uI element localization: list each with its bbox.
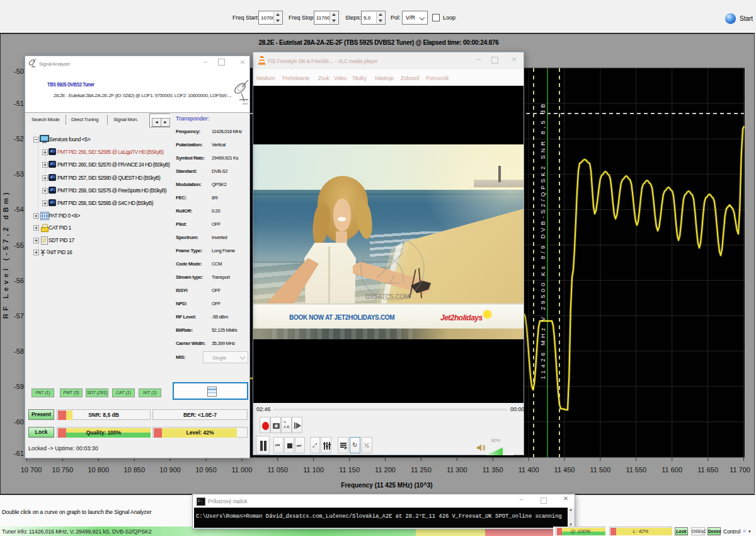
svg-text:11 550: 11 550 [626,466,646,474]
svg-text:-55: -55 [14,242,24,249]
svg-text:-53: -53 [14,170,24,178]
svg-text:11 150: 11 150 [339,466,360,474]
svg-text:-61: -61 [14,450,24,457]
svg-text:-52: -52 [14,135,24,143]
svg-text:-54: -54 [14,206,24,213]
svg-text:10 750: 10 750 [52,466,74,474]
svg-text:RF Level (-57,2 dBm): RF Level (-57,2 dBm) [2,190,9,319]
svg-text:11 600: 11 600 [662,466,682,474]
svg-text:11 500: 11 500 [590,466,610,474]
svg-text:11426 MHz V 29500 Ks 8/9 DVB-S: 11426 MHz V 29500 Ks 8/9 DVB-S2/QPSK2 SN… [539,101,546,379]
svg-text:-57: -57 [14,312,24,320]
svg-text:Frequency (11 425 MHz) (10^3): Frequency (11 425 MHz) (10^3) [341,482,432,489]
svg-text:11 450: 11 450 [554,466,575,474]
svg-text:10 950: 10 950 [195,466,217,474]
svg-text:-59: -59 [14,383,24,390]
svg-text:10 700: 10 700 [21,466,42,474]
svg-text:11 250: 11 250 [411,466,432,474]
svg-text:-60: -60 [14,418,24,426]
svg-text:11 400: 11 400 [518,466,539,474]
svg-text:11 050: 11 050 [267,466,288,474]
svg-text:11 000: 11 000 [231,466,252,474]
svg-text:10 900: 10 900 [159,466,181,474]
svg-text:-51: -51 [14,100,24,107]
svg-text:11 700: 11 700 [730,466,750,474]
svg-text:-58: -58 [14,347,24,355]
svg-text:11 100: 11 100 [303,466,324,474]
svg-text:10 800: 10 800 [88,466,109,474]
svg-text:11 300: 11 300 [447,466,467,474]
svg-text:axis: axis [243,102,248,105]
svg-text:10 850: 10 850 [123,466,145,474]
svg-text:11 350: 11 350 [483,466,503,474]
svg-text:11 650: 11 650 [697,466,718,474]
svg-text:11 200: 11 200 [375,466,396,474]
svg-text:-50: -50 [14,67,24,75]
svg-text:-56: -56 [14,277,24,284]
